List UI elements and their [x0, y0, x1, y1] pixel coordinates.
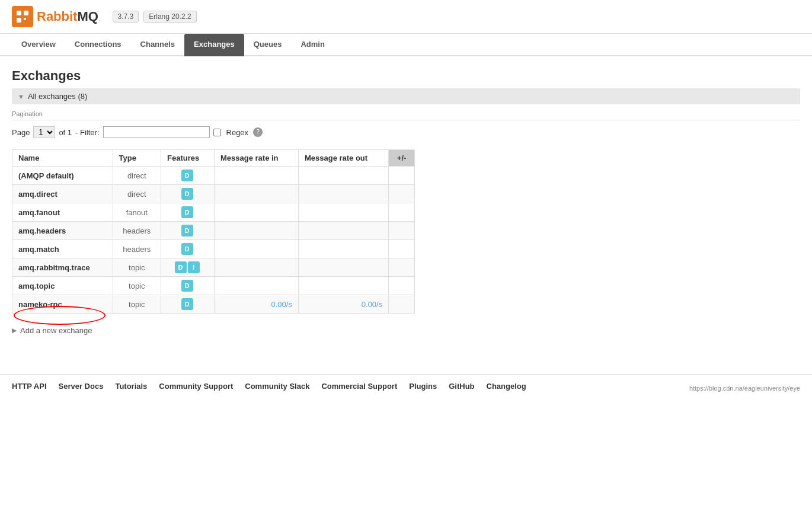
svg-rect-1	[24, 11, 28, 15]
regex-checkbox[interactable]	[213, 129, 221, 136]
exchange-type: topic	[113, 295, 161, 314]
table-row[interactable]: amq.topictopicD	[12, 277, 415, 295]
footer-github[interactable]: GitHub	[449, 382, 474, 391]
footer-http-api[interactable]: HTTP API	[12, 382, 47, 391]
regex-label: Regex	[226, 128, 249, 137]
exchange-plus-minus	[389, 185, 415, 203]
exchange-name-link[interactable]: (AMQP default)	[18, 171, 74, 180]
exchange-type: headers	[113, 240, 161, 258]
footer: HTTP API Server Docs Tutorials Community…	[0, 374, 812, 398]
version-badge: 3.7.3	[113, 11, 139, 23]
page-select[interactable]: 1	[33, 126, 55, 138]
nav-admin[interactable]: Admin	[291, 34, 334, 56]
pagination-label: Pagination	[12, 110, 800, 120]
exchange-rate-out	[298, 167, 388, 185]
nav-queues[interactable]: Queues	[244, 34, 292, 56]
pagination-controls: Page 1 of 1 - Filter: Regex ?	[12, 124, 800, 140]
filter-label: - Filter:	[75, 128, 99, 137]
logo: RabbitMQ.	[12, 6, 101, 27]
exchange-name-link[interactable]: amq.topic	[18, 282, 55, 290]
nav-overview[interactable]: Overview	[12, 34, 65, 56]
exchange-rate-in	[215, 185, 299, 203]
exchange-type: direct	[113, 185, 161, 203]
exchange-name-link[interactable]: nameko-rpc	[18, 300, 62, 309]
svg-rect-3	[24, 18, 26, 20]
exchange-rate-in	[215, 222, 299, 240]
erlang-badge: Erlang 20.2.2	[143, 11, 196, 23]
table-row[interactable]: amq.rabbitmq.tracetopicDI	[12, 258, 415, 277]
exchange-rate-out	[298, 277, 388, 295]
table-row[interactable]: nameko-rpctopicD0.00/s0.00/s	[12, 295, 415, 314]
exchange-rate-in: 0.00/s	[215, 295, 299, 314]
exchange-rate-out	[298, 203, 388, 222]
exchange-features: D	[161, 240, 214, 258]
logo-text: RabbitMQ.	[37, 9, 101, 24]
exchange-plus-minus	[389, 203, 415, 222]
exchange-rate-out	[298, 258, 388, 277]
nav-connections[interactable]: Connections	[65, 34, 131, 56]
table-row[interactable]: amq.matchheadersD	[12, 240, 415, 258]
section-header: ▼ All exchanges (8)	[12, 88, 800, 104]
svg-rect-2	[17, 18, 21, 23]
exchange-rate-in	[215, 167, 299, 185]
of-label: of 1	[59, 128, 72, 137]
exchange-type: direct	[113, 167, 161, 185]
exchange-features: D	[161, 185, 214, 203]
footer-community-slack[interactable]: Community Slack	[245, 382, 309, 391]
svg-rect-0	[17, 11, 21, 15]
footer-changelog[interactable]: Changelog	[487, 382, 526, 391]
add-exchange[interactable]: ▶ Add a new exchange	[12, 322, 800, 338]
exchange-type: topic	[113, 258, 161, 277]
exchange-features: D	[161, 222, 214, 240]
exchange-name-link[interactable]: amq.fanout	[18, 208, 60, 217]
exchange-type: fanout	[113, 203, 161, 222]
exchange-rate-out	[298, 240, 388, 258]
section-title: All exchanges (8)	[28, 92, 87, 101]
exchange-name-link[interactable]: amq.headers	[18, 226, 66, 235]
exchange-features: D	[161, 295, 214, 314]
footer-plugins[interactable]: Plugins	[409, 382, 437, 391]
exchange-name-link[interactable]: amq.rabbitmq.trace	[18, 263, 90, 272]
exchange-plus-minus	[389, 258, 415, 277]
footer-server-docs[interactable]: Server Docs	[59, 382, 104, 391]
col-rate-in: Message rate in	[215, 150, 299, 167]
col-rate-out: Message rate out	[298, 150, 388, 167]
content: Exchanges ▼ All exchanges (8) Pagination…	[0, 56, 812, 350]
footer-community-support[interactable]: Community Support	[159, 382, 233, 391]
filter-input[interactable]	[103, 126, 210, 138]
footer-tutorials[interactable]: Tutorials	[115, 382, 147, 391]
exchange-plus-minus	[389, 167, 415, 185]
exchange-name-link[interactable]: amq.direct	[18, 190, 57, 199]
col-name: Name	[12, 150, 113, 167]
exchange-plus-minus	[389, 240, 415, 258]
rabbitmq-logo-icon	[12, 6, 33, 27]
nav-exchanges[interactable]: Exchanges	[184, 34, 244, 56]
page-label: Page	[12, 128, 30, 137]
table-row[interactable]: (AMQP default)directD	[12, 167, 415, 185]
header: RabbitMQ. 3.7.3 Erlang 20.2.2	[0, 0, 812, 34]
add-exchange-label: Add a new exchange	[20, 326, 92, 335]
section-arrow: ▼	[18, 93, 24, 100]
table-row[interactable]: amq.headersheadersD	[12, 222, 415, 240]
help-icon[interactable]: ?	[253, 127, 263, 137]
table-row[interactable]: amq.directdirectD	[12, 185, 415, 203]
table-row[interactable]: amq.fanoutfanoutD	[12, 203, 415, 222]
exchange-rate-out: 0.00/s	[298, 295, 388, 314]
exchange-plus-minus	[389, 295, 415, 314]
exchange-plus-minus	[389, 222, 415, 240]
pagination-section: Pagination Page 1 of 1 - Filter: Regex ?	[12, 110, 800, 140]
exchanges-table: Name Type Features Message rate in Messa…	[12, 149, 415, 314]
table-container: Name Type Features Message rate in Messa…	[12, 149, 800, 314]
page-title: Exchanges	[12, 68, 800, 84]
exchange-rate-out	[298, 222, 388, 240]
exchange-rate-in	[215, 277, 299, 295]
exchange-features: D	[161, 277, 214, 295]
footer-commercial-support[interactable]: Commercial Support	[321, 382, 397, 391]
nav-channels[interactable]: Channels	[131, 34, 185, 56]
exchange-plus-minus	[389, 277, 415, 295]
exchange-name-link[interactable]: amq.match	[18, 245, 59, 254]
footer-url: https://blog.cdn.na/eagleuniversity/eye	[689, 385, 800, 392]
exchange-features: DI	[161, 258, 214, 277]
col-plus-minus[interactable]: +/-	[389, 150, 415, 167]
exchange-rate-in	[215, 258, 299, 277]
